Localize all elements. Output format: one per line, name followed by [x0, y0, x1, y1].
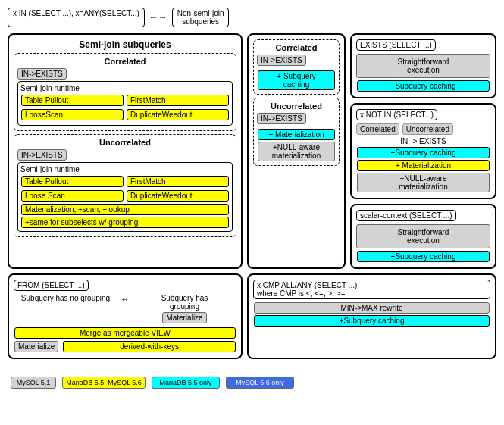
from-bottom-row: Materialize derived-with-keys — [14, 340, 236, 353]
correlated-section: Correlated IN->EXISTS Semi-join runtime … — [14, 53, 236, 131]
cmp-header: x CMP ALL/ANY (SELECT ...), where CMP is… — [253, 280, 490, 299]
correlated-section-title: Correlated — [17, 57, 233, 66]
bottom-row: FROM (SELECT ...) Subquery has no groupi… — [8, 273, 496, 359]
scalar-box: scalar-context (SELECT ...) Straightforw… — [350, 204, 496, 269]
exists-box: EXISTS (SELECT ...) Straightforward exec… — [350, 33, 496, 98]
correlated-runtime-box: Semi-join runtime Table Pullout FirstMat… — [17, 81, 233, 126]
exists-header: EXISTS (SELECT ...) — [356, 39, 436, 51]
scalar-header: scalar-context (SELECT ...) — [356, 210, 456, 221]
right-column: EXISTS (SELECT ...) Straightforward exec… — [350, 33, 496, 269]
loosescan-btn[interactable]: LooseScan — [21, 109, 124, 120]
xnotin-null-aware[interactable]: +NULL-aware materialization — [357, 173, 490, 192]
nsj-uncorrelated: Uncorrelated IN->EXISTS + Materializatio… — [253, 98, 340, 166]
legend-mariadb55-only: MariaDB 5.5 only — [152, 377, 220, 389]
cmp-box: x CMP ALL/ANY (SELECT ...), where CMP is… — [247, 273, 496, 359]
uncorr-loosescan-btn[interactable]: Loose Scan — [21, 190, 124, 202]
semi-join-header-label: x IN (SELECT ...), x=ANY(SELECT...) — [8, 8, 145, 27]
non-semi-join-header-label: Non-semi-join subqueries — [172, 8, 230, 27]
uncorrelated-runtime-box: Semi-join runtime Table Pullout FirstMat… — [17, 162, 233, 232]
has-group-label: Subquery has grouping — [161, 294, 208, 311]
main-diagram: x IN (SELECT ...), x=ANY(SELECT...) ←→ N… — [8, 8, 496, 395]
legend-mariadb55-mysql56-box: MariaDB 5.5, MySQL 5.6 — [62, 377, 146, 389]
correlated-tag: IN->EXISTS — [17, 68, 67, 80]
uncorr-table-pullout-btn[interactable]: Table Pullout — [21, 176, 124, 187]
min-max-btn[interactable]: MIN->MAX rewrite — [254, 302, 490, 314]
xnotin-subquery-caching[interactable]: +Subquery caching — [357, 147, 490, 158]
semi-join-title: Semi-join subqueries — [14, 39, 236, 50]
uncorrelated-section: Uncorrelated IN->EXISTS Semi-join runtim… — [14, 134, 236, 237]
nsj-uncorrelated-tag: IN->EXISTS — [257, 113, 306, 124]
nsj-correlated-tag: IN->EXISTS — [257, 55, 306, 66]
uncorrelated-runtime-label: Semi-join runtime — [20, 165, 230, 173]
nsj-null-aware-btn[interactable]: +NULL-aware materialization — [258, 142, 335, 161]
top-row: Semi-join subqueries Correlated IN->EXIS… — [8, 33, 496, 269]
scalar-subquery-caching[interactable]: +Subquery caching — [357, 251, 490, 262]
firstmatch-btn[interactable]: FirstMatch — [127, 95, 229, 106]
from-header: FROM (SELECT ...) — [14, 280, 89, 291]
legend-mysql56-only-box: MySQL 5.6 only — [226, 377, 294, 389]
cmp-subquery-caching[interactable]: +Subquery caching — [254, 315, 490, 327]
nsj-uncorrelated-title: Uncorrelated — [257, 102, 336, 111]
uncorrelated-section-title: Uncorrelated — [17, 138, 233, 147]
uncorr-same-btn[interactable]: +same for subselects w/ grouping — [21, 217, 229, 228]
derived-with-keys-btn[interactable]: derived-with-keys — [63, 341, 236, 352]
arrows-between: ←→ — [149, 8, 167, 27]
non-semi-join-box: Correlated IN->EXISTS + Subquery caching… — [247, 33, 346, 269]
legend-mysql56-only: MySQL 5.6 only — [226, 377, 294, 389]
xnotin-uncorrelated-label: Uncorrelated — [402, 123, 453, 135]
subquery-has-group: Subquery has grouping Materialize — [133, 294, 236, 324]
from-arrow: ↔ — [121, 294, 130, 305]
subquery-no-group: Subquery has no grouping — [14, 294, 117, 302]
merge-view-btn[interactable]: Merge as mergeable VIEW — [14, 327, 236, 339]
table-pullout-btn[interactable]: Table Pullout — [21, 95, 124, 106]
uncorr-firstmatch-btn[interactable]: FirstMatch — [127, 176, 229, 187]
nsj-correlated: Correlated IN->EXISTS + Subquery caching — [253, 39, 340, 95]
from-subrow: Subquery has no grouping ↔ Subquery has … — [14, 294, 236, 324]
uncorrelated-btns: Table Pullout FirstMatch Loose Scan Dupl… — [20, 175, 230, 202]
corr-uncorr-row: Correlated Uncorrelated — [356, 123, 490, 135]
legend-mysql51-label: MySQL 5.1 — [17, 379, 51, 386]
legend-mariadb55-mysql56-label: MariaDB 5.5, MySQL 5.6 — [66, 379, 142, 386]
semi-join-box: Semi-join subqueries Correlated IN->EXIS… — [8, 33, 243, 269]
duplicateweedout-btn[interactable]: DuplicateWeedout — [127, 109, 229, 120]
correlated-btns: Table Pullout FirstMatch LooseScan Dupli… — [20, 94, 230, 121]
nsj-subquery-caching-btn[interactable]: + Subquery caching — [258, 70, 335, 90]
legend-mysql51: MySQL 5.1 — [11, 377, 56, 389]
no-group-label: Subquery has no grouping — [21, 294, 110, 302]
legend-mysql56-only-label: MySQL 5.6 only — [236, 379, 284, 386]
uncorr-mat-btn[interactable]: Materialization, +scan, +lookup — [21, 204, 229, 215]
exists-subquery-caching[interactable]: +Subquery caching — [357, 80, 490, 92]
materialize2-btn[interactable]: Materialize — [14, 341, 58, 352]
materialize-btn[interactable]: Materialize — [162, 312, 206, 323]
legend-mariadb55-mysql56: MariaDB 5.5, MySQL 5.6 — [62, 377, 146, 389]
top-labels: x IN (SELECT ...), x=ANY(SELECT...) ←→ N… — [8, 8, 496, 27]
nsj-correlated-title: Correlated — [257, 43, 336, 52]
xnotin-header: x NOT IN (SELECT...) — [356, 109, 437, 120]
from-box: FROM (SELECT ...) Subquery has no groupi… — [8, 273, 243, 359]
exists-straightforward: Straightforward execution — [356, 54, 490, 78]
scalar-straightforward: Straightforward execution — [356, 224, 490, 248]
correlated-runtime-label: Semi-join runtime — [20, 84, 230, 92]
legend-mysql51-box: MySQL 5.1 — [11, 377, 56, 389]
xnotin-correlated-label: Correlated — [356, 123, 399, 135]
uncorr-duplicateweedout-btn[interactable]: DuplicateWeedout — [127, 190, 229, 202]
uncorrelated-tag: IN->EXISTS — [17, 149, 67, 161]
legend: MySQL 5.1 MariaDB 5.5, MySQL 5.6 MariaDB… — [8, 370, 496, 395]
legend-mariadb55-only-box: MariaDB 5.5 only — [152, 377, 220, 389]
legend-mariadb55-only-label: MariaDB 5.5 only — [159, 379, 211, 386]
xnotin-box: x NOT IN (SELECT...) Correlated Uncorrel… — [350, 103, 496, 199]
nsj-materialization-btn[interactable]: + Materialization — [258, 129, 335, 140]
xnotin-in-exists: IN -> EXISTS — [356, 137, 490, 145]
xnotin-materialization[interactable]: + Materialization — [357, 160, 490, 171]
